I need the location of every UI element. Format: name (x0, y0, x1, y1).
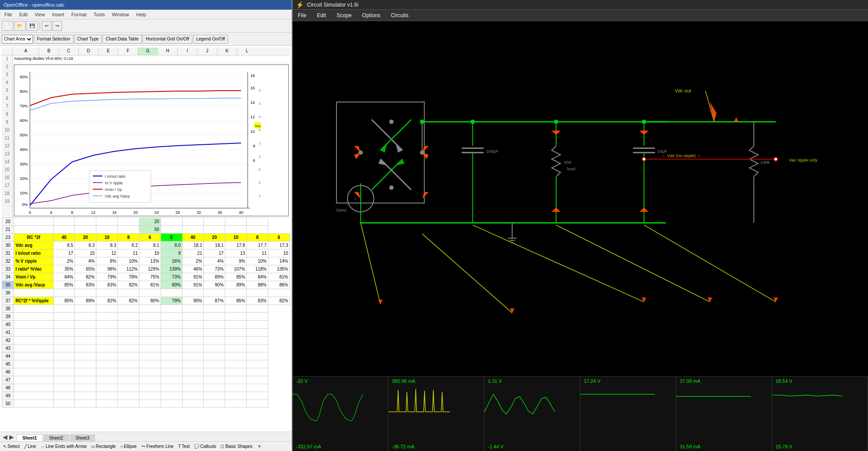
cell-rc2f-8a[interactable]: 8 (118, 234, 139, 242)
cell-vdcvacp-11[interactable]: 86% (268, 281, 290, 289)
cell-vdcavg-1[interactable]: 8.5 (53, 242, 75, 249)
cell-rc2fv-7[interactable]: 90% (182, 297, 204, 305)
arrow-line-tool[interactable]: → Line Ends with Arrow (39, 444, 88, 449)
redo-btn[interactable]: ↪ (52, 21, 62, 31)
menu-view[interactable]: View (32, 11, 48, 18)
undo-btn[interactable]: ↩ (42, 21, 51, 31)
next-sheet-btn[interactable]: ▶ (8, 433, 15, 441)
cell-iratio-3[interactable]: 12 (96, 249, 118, 257)
cell-vmin-label[interactable]: Vmin / Vp (14, 273, 53, 281)
sheet-tab-2[interactable]: Sheet2 (44, 434, 69, 441)
cell-vmin-5[interactable]: 75% (139, 273, 161, 281)
menu-tools[interactable]: Tools (91, 11, 108, 18)
save-btn[interactable]: 💾 (26, 21, 38, 31)
cell-vdcvacp-label[interactable]: Vdc avg /Vacp (14, 281, 53, 289)
cell-vdcavg-6[interactable]: 8.0 (161, 242, 182, 249)
cell-vripple-7[interactable]: 2% (182, 257, 204, 265)
menu-window[interactable]: Window (109, 11, 132, 18)
cell-vdcvacp-4[interactable]: 82% (118, 281, 139, 289)
cell-vmin-1[interactable]: 84% (53, 273, 75, 281)
cell-irvac-2[interactable]: 65% (75, 265, 96, 273)
cell-vmin-4[interactable]: 78% (118, 273, 139, 281)
cell-irvac-9[interactable]: 107% (225, 265, 247, 273)
legend-btn[interactable]: Legend On/Off (193, 35, 228, 44)
shapes-dropdown[interactable]: ▼ (257, 444, 262, 449)
cell-vdcavg-8[interactable]: 18.1 (204, 242, 225, 249)
cell-iratio-6[interactable]: 9 (161, 249, 182, 257)
select-tool[interactable]: ↖ Select (2, 444, 21, 449)
text-tool[interactable]: T Text (177, 444, 191, 449)
menu-help[interactable]: Help (134, 11, 149, 18)
cell-vmin-8[interactable]: 89% (204, 273, 225, 281)
cell-irvac-4[interactable]: 112% (118, 265, 139, 273)
cell-vdcvacp-8[interactable]: 90% (204, 281, 225, 289)
cell-vdcvacp-2[interactable]: 83% (75, 281, 96, 289)
cell-irvac-8[interactable]: 73% (204, 265, 225, 273)
cell-rc2f-8b[interactable]: 8 (247, 234, 268, 242)
cell-vdcavg-10[interactable]: 17.7 (247, 242, 268, 249)
cell-irvac-11[interactable]: 135% (268, 265, 290, 273)
ellipse-tool[interactable]: ○ Ellipse (119, 444, 138, 449)
cell-vmin-2[interactable]: 82% (75, 273, 96, 281)
cell-irvac-1[interactable]: 35% (53, 265, 75, 273)
menu-edit[interactable]: Edit (17, 11, 30, 18)
cell-iratio-4[interactable]: 11 (118, 249, 139, 257)
cell-vripple-8[interactable]: 4% (204, 257, 225, 265)
cell-vripple-3[interactable]: 8% (96, 257, 118, 265)
cell-vmin-7[interactable]: 91% (182, 273, 204, 281)
cell-vdcavg-9[interactable]: 17.8 (225, 242, 247, 249)
cell-vdcavg-4[interactable]: 8.2 (118, 242, 139, 249)
cell-vdcvacp-9[interactable]: 89% (225, 281, 247, 289)
cell-vripple-11[interactable]: 14% (268, 257, 290, 265)
cell-iratio-1[interactable]: 17 (53, 249, 75, 257)
cell-rc2fv-3[interactable]: 82% (96, 297, 118, 305)
cell-iratio-11[interactable]: 10 (268, 249, 290, 257)
cell-vripple-10[interactable]: 10% (247, 257, 268, 265)
cell-vripple-1[interactable]: 2% (53, 257, 75, 265)
cell-vmin-11[interactable]: 81% (268, 273, 290, 281)
cell-rc2f-20a[interactable]: 20 (75, 234, 96, 242)
cell-vmin-10[interactable]: 84% (247, 273, 268, 281)
cell-rc2f-10b[interactable]: 10 (225, 234, 247, 242)
freeform-tool[interactable]: 〜 Freeform Line (140, 443, 175, 450)
cell-vripple-5[interactable]: 13% (139, 257, 161, 265)
open-btn[interactable]: 📂 (14, 21, 26, 31)
cell-vmin-9[interactable]: 85% (225, 273, 247, 281)
horizontal-grid-btn[interactable]: Horizontal Grid On/Off (143, 35, 192, 44)
circuit-menu-file[interactable]: File (296, 11, 308, 19)
cell-rc2fv-2[interactable]: 89% (75, 297, 96, 305)
cell-vripple-9[interactable]: 9% (225, 257, 247, 265)
cell-vripple-2[interactable]: 4% (75, 257, 96, 265)
cell-vdcvacp-1[interactable]: 85% (53, 281, 75, 289)
cell-rc2fv-1[interactable]: 85% (53, 297, 75, 305)
cell-iratio-vac-label[interactable]: I ratio* %Vac (14, 265, 53, 273)
cell-iratio-5[interactable]: 10 (139, 249, 161, 257)
spreadsheet-scroll[interactable]: A B C D E F G H I J K L 1 Assuming diode… (0, 46, 292, 432)
cell-rc2f-40b[interactable]: 40 (182, 234, 204, 242)
callouts-tool[interactable]: 💬 Callouts (193, 444, 217, 449)
cell-iratio-label[interactable]: I in/out ratio (14, 249, 53, 257)
cell-vdcavg-3[interactable]: 8.3 (96, 242, 118, 249)
cell-vdcvacp-3[interactable]: 83% (96, 281, 118, 289)
cell-iratio-8[interactable]: 17 (204, 249, 225, 257)
cell-rc2fv-4[interactable]: 82% (118, 297, 139, 305)
cell-rc2f-20b[interactable]: 20 (204, 234, 225, 242)
cell-vmin-3[interactable]: 79% (96, 273, 118, 281)
cell-vdcvacp-7[interactable]: 91% (182, 281, 204, 289)
menu-file[interactable]: File (2, 11, 15, 18)
cell-iratio-10[interactable]: 11 (247, 249, 268, 257)
cell-irvac-5[interactable]: 129% (139, 265, 161, 273)
cell-rc2fv-5[interactable]: 80% (139, 297, 161, 305)
menu-format[interactable]: Format (69, 11, 89, 18)
cell-rc2f-6b[interactable]: 6 (268, 234, 290, 242)
cell-rc2f-5a[interactable]: 5 (161, 234, 182, 242)
basic-shapes-tool[interactable]: ⬡ Basic Shapes (219, 444, 253, 449)
sheet-tab-3[interactable]: Sheet3 (70, 434, 95, 441)
chart-area-select[interactable]: Chart Area (2, 35, 33, 44)
cell-irvac-3[interactable]: 98% (96, 265, 118, 273)
chart-type-btn[interactable]: Chart Type (74, 35, 102, 44)
cell-vdcvacp-5[interactable]: 81% (139, 281, 161, 289)
chart-data-table-btn[interactable]: Chart Data Table (103, 35, 142, 44)
cell-irvac-10[interactable]: 118% (247, 265, 268, 273)
format-selection-btn[interactable]: Format Selection (34, 35, 73, 44)
